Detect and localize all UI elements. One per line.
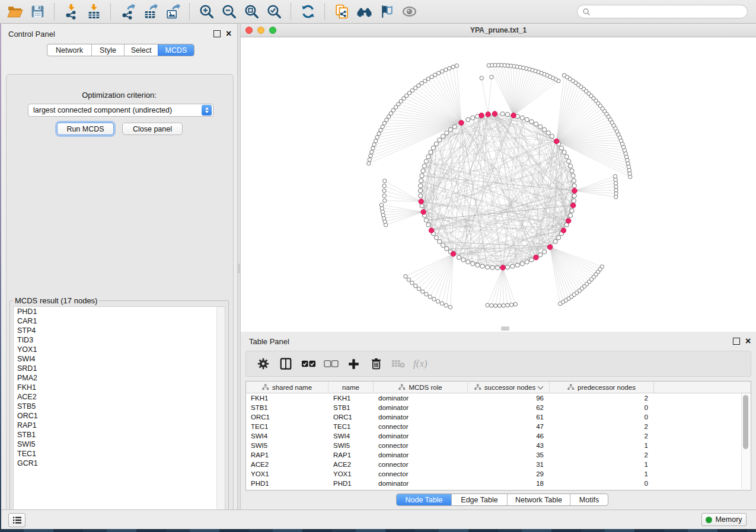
show-column-button[interactable]: [276, 354, 296, 374]
save-session-button[interactable]: [26, 2, 49, 21]
search-input[interactable]: [577, 5, 748, 18]
export-image-button[interactable]: [161, 2, 184, 21]
close-table-panel-icon[interactable]: ×: [745, 338, 751, 344]
table-settings-button[interactable]: [253, 354, 273, 374]
zoom-in-button[interactable]: [195, 2, 218, 21]
table-row[interactable]: PHD1PHD1dominator180: [246, 479, 751, 488]
open-file-button[interactable]: [4, 2, 26, 21]
result-node[interactable]: SWI5: [14, 440, 225, 449]
table-row[interactable]: YOX1YOX1connector291: [246, 469, 751, 479]
tab-mcds[interactable]: MCDS: [158, 44, 194, 56]
cell: ORC1: [246, 414, 328, 421]
table-tabs: Node TableEdge TableNetwork TableMotifs: [396, 493, 608, 506]
result-node[interactable]: FKH1: [14, 383, 225, 392]
import-network-button[interactable]: [60, 2, 82, 21]
result-node[interactable]: STB1: [14, 430, 225, 440]
network-graph[interactable]: [241, 37, 756, 332]
table-row[interactable]: ACE2ACE2connector311: [246, 460, 751, 469]
mcds-result-list[interactable]: PHD1CAR1STP4TID3YOX1SWI4SRD1PMA2FKH1ACE2…: [13, 306, 225, 515]
cell: SWI4: [328, 432, 374, 440]
criterion-dropdown[interactable]: largest connected component (undirected): [28, 104, 213, 117]
zoom-selected-icon: [266, 4, 282, 20]
tab-select[interactable]: Select: [124, 44, 158, 56]
table-row[interactable]: RAP1RAP1dominator352: [246, 450, 751, 460]
result-node[interactable]: ACE2: [14, 392, 225, 402]
node-table[interactable]: shared namenameMCDS rolesuccessor nodesp…: [245, 381, 751, 491]
cell: connector: [374, 470, 468, 477]
export-table-button[interactable]: [139, 2, 161, 21]
result-node[interactable]: TID3: [14, 335, 225, 345]
zoom-fit-button[interactable]: [240, 2, 263, 21]
select-all-button[interactable]: [298, 354, 318, 374]
table-row[interactable]: STB1STB1dominator620: [246, 403, 751, 412]
memory-status-icon: [706, 517, 712, 523]
network-view[interactable]: [241, 37, 756, 332]
close-panel-button[interactable]: Close panel: [122, 123, 183, 135]
control-panel-title: Control Panel: [8, 30, 55, 39]
horizontal-splitter-handle[interactable]: [501, 326, 509, 331]
memory-label: Memory: [715, 515, 742, 524]
main-toolbar: [0, 0, 756, 24]
table-scrollbar[interactable]: [741, 393, 750, 489]
zoom-selected-button[interactable]: [263, 2, 285, 21]
cell: ORC1: [328, 414, 374, 421]
cell: 61: [468, 414, 550, 421]
result-scrollbar[interactable]: [216, 307, 225, 515]
table-row[interactable]: FKH1FKH1dominator962: [246, 393, 751, 403]
checked-boxes-icon: [301, 360, 316, 368]
result-node[interactable]: PMA2: [14, 373, 225, 383]
memory-button[interactable]: Memory: [701, 513, 747, 526]
style-mapper-button[interactable]: [375, 2, 398, 21]
control-panel-tabs: NetworkStyleSelectMCDS: [47, 44, 194, 56]
columns-icon: [279, 357, 292, 370]
task-history-button[interactable]: [8, 513, 25, 527]
result-node[interactable]: YOX1: [14, 345, 225, 354]
result-node[interactable]: PHD1: [14, 307, 225, 316]
column-header-successor-nodes[interactable]: successor nodes: [468, 382, 550, 393]
close-panel-icon[interactable]: ×: [226, 31, 231, 37]
table-row[interactable]: ORC1ORC1dominator610: [246, 412, 751, 422]
table-row[interactable]: SWI5SWI5connector431: [246, 441, 751, 450]
clone-network-button[interactable]: [330, 2, 353, 21]
table-row[interactable]: SWI4SWI4dominator462: [246, 431, 751, 441]
column-header-name[interactable]: name: [328, 382, 374, 393]
column-header-shared-name[interactable]: shared name: [246, 382, 328, 393]
result-node[interactable]: STB5: [14, 402, 225, 411]
function-builder-button[interactable]: f(x): [413, 358, 428, 370]
float-table-panel-icon[interactable]: [733, 338, 740, 345]
tab-edge-table[interactable]: Edge Table: [451, 494, 507, 505]
column-header-predecessor-nodes[interactable]: predecessor nodes: [550, 382, 654, 393]
float-panel-icon[interactable]: [213, 30, 221, 37]
refresh-button[interactable]: [296, 2, 319, 21]
tab-motifs[interactable]: Motifs: [570, 494, 608, 505]
result-node[interactable]: CAR1: [14, 316, 225, 326]
zoom-out-button[interactable]: [218, 2, 240, 21]
table-row[interactable]: TEC1TEC1connector472: [246, 422, 751, 431]
tab-network[interactable]: Network: [47, 44, 91, 56]
tab-style[interactable]: Style: [91, 44, 124, 56]
show-hide-button[interactable]: [353, 2, 375, 21]
column-header-MCDS-role[interactable]: MCDS role: [374, 382, 468, 393]
result-node[interactable]: ORC1: [14, 411, 225, 421]
add-column-button[interactable]: [343, 354, 363, 374]
export-network-button[interactable]: [116, 2, 139, 21]
delete-column-button[interactable]: [366, 354, 386, 374]
tab-network-table[interactable]: Network Table: [507, 494, 570, 505]
run-mcds-button[interactable]: Run MCDS: [57, 123, 114, 135]
import-table-button[interactable]: [82, 2, 105, 21]
result-node[interactable]: SWI4: [14, 354, 225, 364]
result-node[interactable]: RAP1: [14, 421, 225, 430]
show-graphics-button[interactable]: [398, 2, 420, 21]
tab-node-table[interactable]: Node Table: [397, 494, 451, 505]
result-node[interactable]: STP4: [14, 326, 225, 335]
result-node[interactable]: GCR1: [14, 459, 225, 468]
status-bar: [0, 509, 756, 529]
toolbar-separator: [110, 4, 111, 20]
network-window-titlebar[interactable]: YPA_prune.txt_1: [241, 24, 756, 37]
deselect-all-button[interactable]: [321, 354, 341, 374]
table-scrollbar-thumb[interactable]: [743, 395, 748, 449]
dropdown-stepper-icon: [202, 105, 212, 116]
result-node[interactable]: TEC1: [14, 449, 225, 459]
result-node[interactable]: SRD1: [14, 364, 225, 373]
delete-table-button[interactable]: [388, 354, 409, 374]
